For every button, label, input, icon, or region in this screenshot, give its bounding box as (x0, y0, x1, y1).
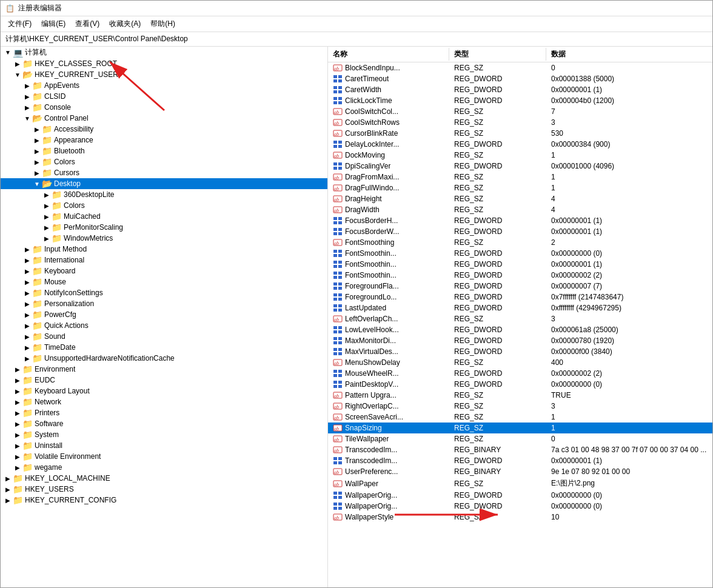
sidebar-item-notifyiconsettings[interactable]: ▶📁NotifyIconSettings (1, 287, 327, 298)
sidebar-item-mouse[interactable]: ▶📁Mouse (1, 276, 327, 287)
expand-btn-eudc[interactable]: ▶ (13, 375, 22, 385)
registry-row-tilewallpaper[interactable]: abTileWallpaperREG_SZ0 (328, 433, 712, 444)
sidebar-item-accessibility[interactable]: ▶📁Accessibility (1, 124, 327, 135)
expand-btn-360desktoplite[interactable]: ▶ (42, 190, 52, 199)
sidebar-item-colors2[interactable]: ▶📁Colors (1, 200, 327, 211)
expand-btn-powercfg[interactable]: ▶ (22, 310, 32, 319)
expand-btn-hkey-current-user[interactable]: ▼ (13, 70, 22, 79)
expand-btn-console[interactable]: ▶ (22, 102, 32, 112)
registry-row-foregroundlo[interactable]: ForegroundLo...REG_DWORD0x7fffffff (2147… (328, 292, 712, 302)
expand-btn-network[interactable]: ▶ (13, 397, 22, 407)
menu-item-e[interactable]: 编辑(E) (36, 18, 70, 30)
expand-btn-personalization[interactable]: ▶ (22, 299, 32, 309)
registry-row-menushowdelay[interactable]: abMenuShowDelayREG_SZ400 (328, 357, 712, 368)
registry-row-coolswitchcol[interactable]: abCoolSwitchCol...REG_SZ7 (328, 106, 712, 117)
expand-btn-printers[interactable]: ▶ (13, 408, 22, 418)
registry-row-foregroundfla[interactable]: ForegroundFla...REG_DWORD0x00000007 (7) (328, 281, 712, 292)
sidebar-item-eudc[interactable]: ▶📁EUDC (1, 375, 327, 386)
registry-row-wallpaperorig1[interactable]: WallpaperOrig...REG_DWORD0x00000000 (0) (328, 490, 712, 501)
expand-btn-hkey-local-machine[interactable]: ▶ (3, 473, 13, 483)
registry-row-dpiscalingver[interactable]: DpiScalingVerREG_DWORD0x00001000 (4096) (328, 161, 712, 172)
expand-btn-keyboard[interactable]: ▶ (22, 266, 32, 276)
registry-row-snapsizing[interactable]: abSnapSizingREG_SZ1 (328, 423, 712, 433)
sidebar-item-keyboard-layout[interactable]: ▶📁Keyboard Layout (1, 386, 327, 396)
sidebar-item-computer[interactable]: ▼💻计算机 (1, 47, 327, 58)
expand-btn-unsupported[interactable]: ▶ (22, 353, 32, 363)
registry-row-caretwidth[interactable]: CaretWidthREG_DWORD0x00000001 (1) (328, 84, 712, 95)
expand-btn-keyboard-layout[interactable]: ▶ (13, 386, 22, 396)
sidebar-item-printers[interactable]: ▶📁Printers (1, 407, 327, 418)
sidebar-item-hkey-local-machine[interactable]: ▶📁HKEY_LOCAL_MACHINE (1, 473, 327, 484)
expand-btn-quick-actions[interactable]: ▶ (22, 321, 32, 330)
registry-row-dragfullwindo[interactable]: abDragFullWindo...REG_SZ1 (328, 182, 712, 193)
expand-btn-control-panel[interactable]: ▼ (22, 113, 32, 123)
registry-row-clicklocktime[interactable]: ClickLockTimeREG_DWORD0x000004b0 (1200) (328, 95, 712, 106)
menu-item-a[interactable]: 收藏夹(A) (104, 18, 146, 30)
sidebar-item-software[interactable]: ▶📁Software (1, 418, 327, 429)
registry-row-focusborderh[interactable]: FocusBorderH...REG_DWORD0x00000001 (1) (328, 215, 712, 226)
sidebar-item-sound[interactable]: ▶📁Sound (1, 331, 327, 342)
expand-btn-computer[interactable]: ▼ (3, 48, 13, 58)
sidebar-item-appevents[interactable]: ▶📁AppEvents (1, 80, 327, 91)
sidebar-item-uninstall[interactable]: ▶📁Uninstall (1, 440, 327, 451)
sidebar-item-cursors[interactable]: ▶📁Cursors (1, 167, 327, 178)
expand-btn-windowmetrics[interactable]: ▶ (42, 233, 52, 243)
registry-row-paintdesktopv[interactable]: PaintDesktopV...REG_DWORD0x00000000 (0) (328, 379, 712, 390)
expand-btn-bluetooth[interactable]: ▶ (32, 146, 42, 156)
expand-btn-mouse[interactable]: ▶ (22, 277, 32, 287)
registry-row-maxmonitordi[interactable]: MaxMonitorDi...REG_DWORD0x00000780 (1920… (328, 335, 712, 346)
expand-btn-volatile-environment[interactable]: ▶ (13, 452, 22, 461)
registry-row-dragfrommaxi[interactable]: abDragFromMaxi...REG_SZ1 (328, 172, 712, 182)
registry-row-blocksend[interactable]: abBlockSendInpu...REG_SZ0 (328, 62, 712, 73)
sidebar-item-hkey-classes-root[interactable]: ▶📁HKEY_CLASSES_ROOT (1, 58, 327, 69)
expand-btn-software[interactable]: ▶ (13, 419, 22, 429)
registry-row-userpref[interactable]: abUserPreferenc...REG_BINARY9e 1e 07 80 … (328, 466, 712, 477)
registry-row-rightoverlapc[interactable]: abRightOverlapC...REG_SZ3 (328, 401, 712, 412)
sidebar-item-control-panel[interactable]: ▼📂Control Panel (1, 113, 327, 124)
expand-btn-cursors[interactable]: ▶ (32, 168, 42, 178)
registry-row-dockmoving[interactable]: abDockMovingREG_SZ1 (328, 150, 712, 161)
sidebar-item-windowmetrics[interactable]: ▶📁WindowMetrics (1, 233, 327, 244)
expand-btn-international[interactable]: ▶ (22, 255, 32, 265)
expand-btn-hkey-classes-root[interactable]: ▶ (13, 59, 22, 68)
registry-row-lastupdated[interactable]: LastUpdatedREG_DWORD0xffffffff (42949672… (328, 302, 712, 313)
registry-row-lowlevelhook[interactable]: LowLevelHook...REG_DWORD0x000061a8 (2500… (328, 324, 712, 335)
registry-row-transcodedim1[interactable]: abTranscodedIm...REG_BINARY7a c3 01 00 4… (328, 444, 712, 455)
expand-btn-colors2[interactable]: ▶ (42, 201, 52, 210)
sidebar-item-muicached[interactable]: ▶📁MuiCached (1, 211, 327, 222)
sidebar-item-network[interactable]: ▶📁Network (1, 396, 327, 407)
sidebar-item-quick-actions[interactable]: ▶📁Quick Actions (1, 320, 327, 331)
registry-row-fontsmoothingtype2[interactable]: FontSmoothin...REG_DWORD0x00000001 (1) (328, 259, 712, 270)
registry-row-fontsmoothingtype[interactable]: FontSmoothin...REG_DWORD0x00000000 (0) (328, 248, 712, 259)
sidebar-item-desktop[interactable]: ▼📂Desktop (1, 178, 327, 189)
registry-row-dragheight[interactable]: abDragHeightREG_SZ4 (328, 193, 712, 204)
registry-row-coolswitchrows[interactable]: abCoolSwitchRowsREG_SZ3 (328, 117, 712, 128)
registry-row-leftoverlapch[interactable]: abLeftOverlapCh...REG_SZ3 (328, 313, 712, 324)
registry-row-cursorblinkrate[interactable]: abCursorBlinkRateREG_SZ530 (328, 128, 712, 139)
expand-btn-wegame[interactable]: ▶ (13, 463, 22, 472)
sidebar-item-environment[interactable]: ▶📁Environment (1, 364, 327, 375)
sidebar-item-input-method[interactable]: ▶📁Input Method (1, 244, 327, 255)
expand-btn-hkey-users[interactable]: ▶ (3, 484, 13, 494)
menu-item-v[interactable]: 查看(V) (70, 18, 104, 30)
sidebar-item-keyboard[interactable]: ▶📁Keyboard (1, 266, 327, 276)
expand-btn-hkey-current-config[interactable]: ▶ (3, 495, 13, 505)
expand-btn-accessibility[interactable]: ▶ (32, 124, 42, 134)
expand-btn-appevents[interactable]: ▶ (22, 81, 32, 90)
registry-row-focusborderw[interactable]: FocusBorderW...REG_DWORD0x00000001 (1) (328, 226, 712, 237)
sidebar-item-clsid[interactable]: ▶📁CLSID (1, 91, 327, 102)
sidebar-item-hkey-current-user[interactable]: ▼📂HKEY_CURRENT_USER (1, 69, 327, 80)
sidebar-item-hkey-current-config[interactable]: ▶📁HKEY_CURRENT_CONFIG (1, 495, 327, 506)
sidebar-item-system[interactable]: ▶📁System (1, 429, 327, 440)
expand-btn-desktop[interactable]: ▼ (32, 179, 42, 189)
expand-btn-appearance[interactable]: ▶ (32, 135, 42, 145)
expand-btn-clsid[interactable]: ▶ (22, 92, 32, 101)
expand-btn-permonitorscaling[interactable]: ▶ (42, 222, 52, 232)
expand-btn-sound[interactable]: ▶ (22, 332, 32, 341)
sidebar-item-volatile-environment[interactable]: ▶📁Volatile Environment (1, 451, 327, 462)
sidebar-item-permonitorscaling[interactable]: ▶📁PerMonitorScaling (1, 222, 327, 233)
menu-item-f[interactable]: 文件(F) (3, 18, 36, 30)
registry-row-mousewheelr[interactable]: MouseWheelR...REG_DWORD0x00000002 (2) (328, 368, 712, 379)
expand-btn-colors[interactable]: ▶ (32, 157, 42, 167)
registry-row-wallpaperstyle[interactable]: abWallpaperStyleREG_SZ10 (328, 512, 712, 523)
